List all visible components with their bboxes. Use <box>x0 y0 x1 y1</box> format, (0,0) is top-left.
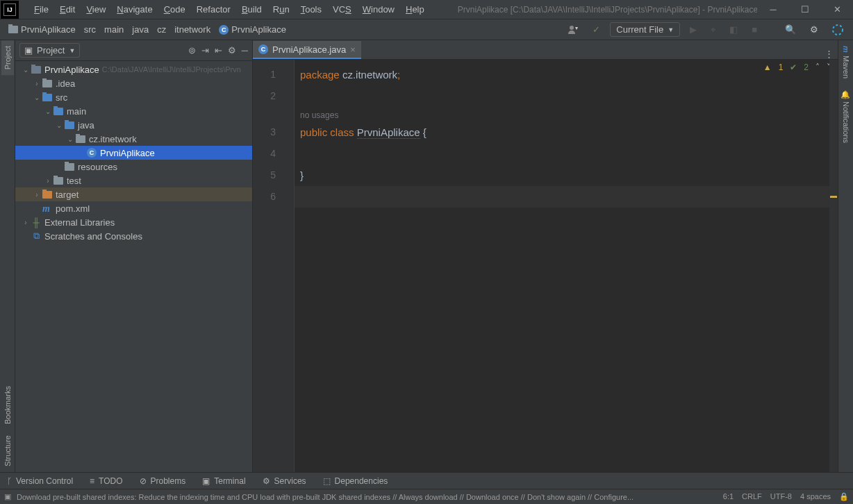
menu-tools[interactable]: Tools <box>295 1 327 17</box>
collapse-all-icon[interactable]: ⇤ <box>215 45 222 56</box>
window-close[interactable]: ✕ <box>821 0 853 19</box>
tool-tab-project[interactable]: Project <box>1 40 14 75</box>
code-line[interactable] <box>295 143 838 165</box>
close-tab-icon[interactable]: × <box>350 44 356 55</box>
select-opened-file-icon[interactable]: ⊚ <box>188 45 196 56</box>
gutter-line[interactable]: 1 <box>253 64 294 85</box>
breadcrumb-item[interactable]: CPrvniAplikace <box>216 23 289 36</box>
menu-code[interactable]: Code <box>158 1 191 17</box>
breadcrumb-item[interactable]: itnetwork <box>172 23 213 36</box>
deps-icon: ⬚ <box>323 476 331 486</box>
gutter-line[interactable] <box>253 107 294 121</box>
editor-gutter[interactable]: 123456 <box>253 60 295 472</box>
code-editor[interactable]: package cz.itnetwork;no usagespublic cla… <box>295 60 838 472</box>
jetbrains-icon[interactable] <box>828 22 847 37</box>
indent-setting[interactable]: 4 spaces <box>800 492 831 501</box>
prev-highlight-icon[interactable]: ˄ <box>815 62 820 72</box>
code-line[interactable]: public class PrvniAplikace { <box>295 121 838 143</box>
bottom-deps[interactable]: ⬚Dependencies <box>323 476 388 486</box>
bottom-services[interactable]: ⚙Services <box>263 476 306 486</box>
menu-build[interactable]: Build <box>236 1 267 17</box>
warning-icon: ▲ <box>763 62 772 72</box>
editor-tab[interactable]: C PrvniAplikace.java × <box>253 41 361 59</box>
hide-panel-icon[interactable]: ─ <box>242 45 248 56</box>
build-check-icon[interactable]: ✓ <box>588 22 604 37</box>
quick-access-icon[interactable]: ▣ <box>4 492 11 501</box>
add-user-icon[interactable]: ▾ <box>563 22 583 37</box>
tool-tab-structure[interactable]: Structure <box>1 430 14 472</box>
breadcrumb-item[interactable]: PrvniAplikace <box>6 23 78 36</box>
caret-position[interactable]: 6:1 <box>723 492 734 501</box>
run-button[interactable]: ▶ <box>686 22 701 37</box>
gutter-line[interactable]: 4 <box>253 143 294 165</box>
search-everywhere-icon[interactable]: 🔍 <box>781 22 800 37</box>
window-minimize[interactable]: ─ <box>757 0 789 19</box>
inspection-widget[interactable]: ▲1 ✔2 ˄ ˅ <box>763 62 831 72</box>
breadcrumb-item[interactable]: src <box>81 23 99 36</box>
breadcrumb-item[interactable]: main <box>101 23 126 36</box>
tree-row[interactable]: ⌄cz.itnetwork <box>15 132 252 146</box>
code-line[interactable] <box>295 186 838 208</box>
breadcrumb-item[interactable]: cz <box>154 23 169 36</box>
menu-refactor[interactable]: Refactor <box>191 1 236 17</box>
menu-file[interactable]: File <box>28 1 54 17</box>
panel-settings-icon[interactable]: ⚙ <box>228 45 236 56</box>
gutter-line[interactable]: 5 <box>253 165 294 186</box>
debug-button[interactable]: ⌖ <box>706 22 720 37</box>
project-tree[interactable]: ⌄PrvniAplikaceC:\Data\JAVA\IntelliJ\Inte… <box>15 61 252 472</box>
file-encoding[interactable]: UTF-8 <box>770 492 792 501</box>
menu-edit[interactable]: Edit <box>54 1 81 17</box>
expand-all-icon[interactable]: ⇥ <box>201 45 209 56</box>
code-line[interactable]: package cz.itnetwork; <box>295 64 838 85</box>
bottom-problems[interactable]: ⊘Problems <box>140 476 186 486</box>
gutter-line[interactable]: 3 <box>253 121 294 143</box>
tree-row[interactable]: mpom.xml <box>15 201 252 215</box>
bottom-vcs[interactable]: ᚴVersion Control <box>7 476 73 486</box>
tool-tab-notifications[interactable]: 🔔Notifications <box>839 84 852 149</box>
tree-row[interactable]: CPrvniAplikace <box>15 146 252 160</box>
tree-row[interactable]: ›╫External Libraries <box>15 215 252 229</box>
gutter-line[interactable]: 2 <box>253 85 294 107</box>
menu-view[interactable]: View <box>81 1 111 17</box>
project-view-selector[interactable]: ▣ Project ▼ <box>19 43 80 58</box>
menu-vcs[interactable]: VCS <box>327 1 357 17</box>
coverage-button[interactable]: ◧ <box>725 22 742 37</box>
tool-tab-bookmarks[interactable]: Bookmarks <box>1 380 14 430</box>
marker-strip[interactable] <box>829 60 838 472</box>
run-config-selector[interactable]: Current File ▼ <box>610 22 680 37</box>
code-line[interactable] <box>295 85 838 107</box>
tree-row[interactable]: ⧉Scratches and Consoles <box>15 229 252 243</box>
tree-row[interactable]: ⌄PrvniAplikaceC:\Data\JAVA\IntelliJ\Inte… <box>15 62 252 76</box>
tree-row[interactable]: ⌄main <box>15 104 252 118</box>
vcs-icon: ᚴ <box>7 476 12 486</box>
tree-row[interactable]: ›.idea <box>15 76 252 90</box>
code-line[interactable]: } <box>295 165 838 186</box>
bottom-todo[interactable]: ≡TODO <box>90 476 122 486</box>
status-message[interactable]: Download pre-built shared indexes: Reduc… <box>17 493 723 501</box>
right-tool-strip: mMaven 🔔Notifications <box>838 40 853 472</box>
tree-row[interactable]: ›target <box>15 187 252 201</box>
code-line[interactable]: no usages <box>295 107 838 121</box>
tree-row[interactable]: ⌄java <box>15 118 252 132</box>
gutter-line[interactable]: 6 <box>253 186 294 208</box>
problems-icon: ⊘ <box>140 476 147 486</box>
editor-tabs-more-icon[interactable]: ⋮ <box>825 49 834 59</box>
svg-point-2 <box>833 25 843 35</box>
lock-icon[interactable]: 🔒 <box>839 492 849 501</box>
maven-icon: m <box>42 203 53 214</box>
settings-icon[interactable]: ⚙ <box>806 22 822 37</box>
menu-run[interactable]: Run <box>267 1 295 17</box>
lib-icon: ╫ <box>31 217 42 228</box>
menu-navigate[interactable]: Navigate <box>111 1 158 17</box>
tree-row[interactable]: ›test <box>15 174 252 187</box>
menu-window[interactable]: Window <box>357 1 400 17</box>
breadcrumb-item[interactable]: java <box>129 23 151 36</box>
tree-row[interactable]: resources <box>15 160 252 174</box>
tree-row[interactable]: ⌄src <box>15 90 252 104</box>
window-maximize[interactable]: ☐ <box>789 0 821 19</box>
stop-button[interactable]: ■ <box>747 22 761 37</box>
bottom-terminal[interactable]: ▣Terminal <box>202 476 245 486</box>
tool-tab-maven[interactable]: mMaven <box>840 40 852 84</box>
line-separator[interactable]: CRLF <box>742 492 762 501</box>
menu-help[interactable]: Help <box>400 1 430 17</box>
